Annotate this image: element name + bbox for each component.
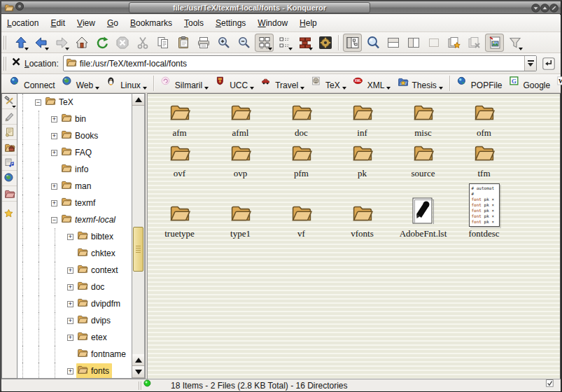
new-tab-button[interactable] xyxy=(444,34,463,52)
print-button[interactable] xyxy=(194,34,213,52)
menu-tools[interactable]: Tools xyxy=(184,18,204,28)
file-item-doc[interactable]: doc xyxy=(271,98,332,139)
menu-edit[interactable]: Edit xyxy=(50,18,65,28)
tree-item-body[interactable]: context xyxy=(76,262,121,278)
bookmark-ucc[interactable]: UCC xyxy=(216,76,254,90)
tree-item-body[interactable]: doc xyxy=(76,279,107,295)
minimize-button[interactable] xyxy=(531,3,540,15)
go-button[interactable] xyxy=(540,55,558,73)
tree-item-body[interactable]: bibtex xyxy=(76,229,116,244)
menu-settings[interactable]: Settings xyxy=(216,18,246,28)
sidebar-bookmarks-pen-button[interactable] xyxy=(2,109,17,125)
cut-button[interactable] xyxy=(133,34,152,52)
sidebar-home-directory-button[interactable] xyxy=(2,140,17,155)
copy-button[interactable] xyxy=(153,34,172,52)
file-item-tfm[interactable]: tfm xyxy=(454,139,514,179)
menu-go[interactable]: Go xyxy=(107,18,118,28)
tree-item-FAQ[interactable]: +FAQ xyxy=(17,144,132,161)
tree-item-body[interactable]: texmf-local xyxy=(60,212,118,227)
bookmark-xml[interactable]: XMLXML xyxy=(353,76,391,90)
file-item-pk[interactable]: pk xyxy=(332,139,393,179)
file-item-adobefnt-lst[interactable]: AdobeFnt.lst xyxy=(393,179,454,239)
sidebar-network-button[interactable] xyxy=(2,171,17,186)
find-file-button[interactable] xyxy=(363,34,382,52)
file-item-vfonts[interactable]: vfonts xyxy=(332,179,393,239)
split-horizontal-button[interactable] xyxy=(384,34,402,52)
list-view-button[interactable] xyxy=(275,34,294,52)
bookmark-google[interactable]: GGoogle xyxy=(510,76,551,90)
icon-view-button[interactable] xyxy=(255,34,274,52)
tree-item-bin[interactable]: +bin xyxy=(17,111,132,127)
titlebar[interactable]: file:/usr/TeX/texmf-local/fonts - Konque… xyxy=(1,1,561,14)
tree-item-body[interactable]: texmf xyxy=(60,195,98,211)
file-item-source[interactable]: source xyxy=(393,139,454,179)
tree-toggle[interactable]: + xyxy=(51,183,57,190)
file-item-ofm[interactable]: ofm xyxy=(454,98,514,139)
up-button[interactable] xyxy=(11,34,30,52)
terminal-gear-button[interactable] xyxy=(316,34,335,52)
stop-button[interactable] xyxy=(113,34,132,52)
file-item-truetype[interactable]: truetype xyxy=(149,179,210,239)
tree-item-TeX[interactable]: −TeX xyxy=(17,94,132,111)
bookmark-web[interactable]: Web xyxy=(62,76,99,90)
tree-item-body[interactable]: Books xyxy=(60,128,101,144)
clear-location-icon[interactable] xyxy=(10,56,23,71)
tree-item-man[interactable]: +man xyxy=(17,178,132,195)
tree-item-texmf-local[interactable]: −texmf-local xyxy=(17,211,132,228)
tree-toggle[interactable]: + xyxy=(51,150,57,156)
tree-item-context[interactable]: +context xyxy=(17,262,132,279)
menu-window[interactable]: Window xyxy=(258,18,288,28)
pin-button[interactable] xyxy=(15,1,24,14)
tree-item-chktex[interactable]: chktex xyxy=(17,245,132,262)
tree-item-body[interactable]: info xyxy=(60,162,91,177)
tree-toggle[interactable]: + xyxy=(67,318,73,324)
tree-toggle[interactable]: + xyxy=(51,133,57,139)
tree-item-dvipdfm[interactable]: +dvipdfm xyxy=(17,295,132,312)
menu-bookmarks[interactable]: Bookmarks xyxy=(130,18,172,28)
tree-item-body[interactable]: dvips xyxy=(76,313,113,328)
menu-help[interactable]: Help xyxy=(300,18,317,28)
sidebar-root-folder-button[interactable] xyxy=(2,186,17,202)
maximize-button[interactable] xyxy=(540,3,549,15)
tree-item-info[interactable]: info xyxy=(17,161,132,178)
zoom-out-button[interactable] xyxy=(234,34,253,52)
tree-item-fonts[interactable]: +fonts xyxy=(17,363,132,379)
bookmark-wikipedia[interactable]: WWikipedia xyxy=(557,76,562,90)
back-button[interactable] xyxy=(31,34,50,52)
scrollbar-thumb[interactable] xyxy=(133,227,143,272)
file-item-afml[interactable]: afml xyxy=(210,98,271,139)
bookmark-popfile[interactable]: POPFile xyxy=(457,76,503,90)
bookmark-linux[interactable]: Linux xyxy=(106,76,147,90)
tree-toggle[interactable]: − xyxy=(35,99,41,106)
image-preview-button[interactable] xyxy=(485,34,504,52)
tree-item-bibtex[interactable]: +bibtex xyxy=(17,228,132,245)
tree-item-body[interactable]: TeX xyxy=(44,94,76,110)
tree-toggle[interactable]: + xyxy=(67,335,73,341)
tree-item-body[interactable]: fontname xyxy=(76,346,129,362)
tree-item-body[interactable]: FAQ xyxy=(60,145,94,160)
location-input[interactable]: file:/usr/TeX/texmf-local/fonts xyxy=(63,55,537,71)
tree-scrollbar[interactable] xyxy=(132,93,145,379)
tree-toggle[interactable]: + xyxy=(51,116,57,122)
file-item-afm[interactable]: afm xyxy=(149,98,210,139)
bookmark-thesis[interactable]: Thesis xyxy=(398,76,442,90)
detail-view-button[interactable] xyxy=(295,34,314,52)
toolbar-handle[interactable] xyxy=(3,57,8,71)
file-item-ovp[interactable]: ovp xyxy=(210,139,271,179)
toolbar-handle[interactable] xyxy=(3,36,8,50)
sidebar-configure-button[interactable] xyxy=(2,94,17,109)
tree-item-Books[interactable]: +Books xyxy=(17,127,132,144)
tree-toggle[interactable]: + xyxy=(67,284,73,290)
file-item-ovf[interactable]: ovf xyxy=(149,139,210,179)
file-item-type1[interactable]: type1 xyxy=(210,179,271,239)
bookmark-tex[interactable]: TeX xyxy=(311,76,346,90)
location-dropdown-button[interactable] xyxy=(524,56,536,71)
scroll-up-button2[interactable] xyxy=(132,354,144,366)
zoom-in-button[interactable] xyxy=(214,34,233,52)
file-item-pfm[interactable]: pfm xyxy=(271,139,332,179)
file-item-vf[interactable]: vf xyxy=(271,179,332,239)
file-item-fontdesc[interactable]: # automat#font pk ×font pk ×font pk ×fon… xyxy=(454,179,514,239)
close-button[interactable] xyxy=(549,3,559,15)
tree-item-body[interactable]: dvipdfm xyxy=(76,296,123,312)
bookmark-silmaril[interactable]: Silmaril xyxy=(161,76,209,90)
